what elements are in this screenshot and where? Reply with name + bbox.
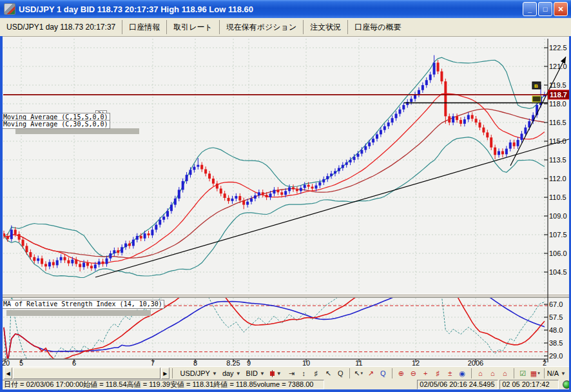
label-shadow (15, 128, 139, 134)
svg-text:115.0: 115.0 (549, 137, 566, 145)
horizontal-scrollbar[interactable] (13, 368, 160, 379)
scroll-to-end-icon[interactable]: ⇥ (286, 368, 297, 379)
window-title: USD/JPY 1 day BID 118.73 20:17:37 High 1… (19, 5, 253, 14)
chart-canvas[interactable]: B122.5121.0119.5118.0116.5115.0113.5112.… (0, 0, 571, 392)
window-border-left (0, 36, 3, 389)
draw-tool-icon[interactable]: ↖▾ (353, 368, 364, 379)
price-type-select[interactable]: BID▼ (246, 369, 265, 377)
cross-cursor-icon[interactable]: + (420, 368, 431, 379)
chevron-down-icon: ▼ (260, 371, 265, 377)
svg-text:38.5: 38.5 (549, 339, 563, 347)
toolbar-separator (544, 368, 545, 378)
svg-text:106.0: 106.0 (549, 250, 567, 257)
fit-vertical-scale-icon[interactable]: ↕ (298, 368, 309, 379)
svg-text:118.7: 118.7 (550, 91, 567, 99)
plus-minus-icon[interactable]: ± (445, 368, 456, 379)
toolbar-separator (172, 368, 173, 378)
preset-2-icon[interactable]: ⌂ (487, 368, 498, 379)
svg-text:57.5: 57.5 (549, 313, 563, 321)
label-shadow (6, 310, 151, 316)
candlestick-icon (270, 370, 275, 377)
chevron-down-icon: ▼ (276, 371, 282, 377)
close-button[interactable]: ✕ (554, 2, 568, 16)
chart-tab-label[interactable]: USD/JPY1 day 118.73 20:17:37 (0, 23, 122, 32)
world-icon[interactable]: ◉ (457, 368, 468, 379)
title-bar[interactable]: USD/JPY 1 day BID 118.73 20:17:37 High 1… (0, 0, 571, 18)
scroll-left-button[interactable]: ◀ (4, 368, 12, 379)
preset-3-icon[interactable]: ⌂ (499, 368, 510, 379)
svg-text:107.5: 107.5 (549, 231, 567, 239)
svg-text:118.0: 118.0 (549, 100, 566, 108)
svg-text:112.0: 112.0 (549, 175, 566, 182)
zoom-in-icon[interactable]: ⊕ (396, 368, 407, 379)
status-bar: 日付 = 02/03/06 17:00:00始値 = 118.54高値 = 11… (0, 379, 571, 389)
chevron-down-icon: ▼ (561, 371, 566, 377)
svg-text:67.0: 67.0 (549, 300, 563, 308)
svg-text:122.5: 122.5 (549, 44, 567, 52)
fibonacci-tool-icon[interactable]: Q (378, 368, 389, 379)
chevron-down-icon: ▼ (212, 371, 217, 377)
trendline-tool-icon[interactable]: ↗ (365, 368, 376, 379)
menu-bar: USD/JPY1 day 118.73 20:17:37 口座情報 取引レート … (0, 18, 571, 37)
pointer-mode-icon[interactable]: ↖ (323, 368, 334, 379)
toolbar-separator (514, 368, 514, 378)
ohlc-readout: 日付 = 02/03/06 17:00:00始値 = 118.54高値 = 11… (1, 380, 324, 389)
server-time-readout: 02/05/06 20:16 24.5495 (417, 380, 498, 389)
svg-text:116.5: 116.5 (549, 119, 566, 126)
chart-style-icon[interactable]: ▦▾ (530, 368, 541, 379)
zoom-mode-icon[interactable]: Q (335, 368, 346, 379)
svg-text:110.5: 110.5 (549, 193, 566, 201)
svg-text:48.0: 48.0 (549, 326, 563, 334)
rsi-label[interactable]: MA of Relative Strength Index (14, 10,30… (1, 300, 164, 309)
svg-text:29.0: 29.0 (549, 352, 563, 360)
window-border-bottom (0, 389, 571, 392)
bottom-toolbar: ◀ ▶ USD/JPY▼ day▼ BID▼ ▼ ⇥↕♯↖Q↖▾↗Q⊕⊖+♯±◉… (0, 366, 571, 380)
zoom-out-icon[interactable]: ⊖ (408, 368, 419, 379)
toolbar-separator (392, 368, 392, 378)
moving-average-30-label[interactable]: Moving Average (C,30,S,0,0) (1, 120, 110, 129)
period-grid-icon[interactable]: ♯ (432, 368, 443, 379)
grid-toggle-icon[interactable]: ♯ (311, 368, 322, 379)
checklist-icon[interactable]: ☑ (518, 368, 528, 379)
svg-text:121.0: 121.0 (549, 63, 567, 70)
symbol-select[interactable]: USD/JPY▼ (180, 369, 217, 377)
toolbar-separator (349, 368, 350, 378)
svg-text:104.5: 104.5 (549, 268, 567, 276)
toolbar-separator (471, 368, 472, 378)
menu-account-info[interactable]: 口座情報 (122, 20, 166, 34)
svg-text:109.0: 109.0 (549, 212, 567, 220)
maximize-button[interactable]: □ (538, 2, 552, 16)
chevron-down-icon: ▼ (236, 371, 241, 377)
application-window: B122.5121.0119.5118.0116.5115.0113.5112.… (0, 0, 571, 392)
svg-text:119.5: 119.5 (549, 81, 566, 89)
app-icon (4, 3, 15, 15)
menu-trade-rates[interactable]: 取引レート (166, 20, 219, 34)
menu-open-positions[interactable]: 現在保有ポジション (219, 20, 303, 34)
menu-order-status[interactable]: 注文状況 (303, 20, 347, 34)
scroll-right-button[interactable]: ▶ (161, 368, 169, 379)
svg-text:113.5: 113.5 (549, 156, 566, 164)
menu-account-summary[interactable]: 口座毎の概要 (347, 20, 407, 34)
local-time-readout: 02 05 20:17:42 (499, 380, 559, 389)
chart-type-select[interactable]: ▼ (270, 370, 282, 377)
preset-1-icon[interactable]: ⌂ (475, 368, 486, 379)
na-select[interactable]: N/A▼ (547, 369, 566, 377)
toolbar-icon-strip: ⇥↕♯↖Q↖▾↗Q⊕⊖+♯±◉⌂⌂⌂☑▦▾ (286, 368, 547, 379)
period-select[interactable]: day▼ (222, 369, 241, 377)
minimize-button[interactable]: _ (523, 2, 537, 16)
svg-text:B: B (534, 83, 538, 89)
